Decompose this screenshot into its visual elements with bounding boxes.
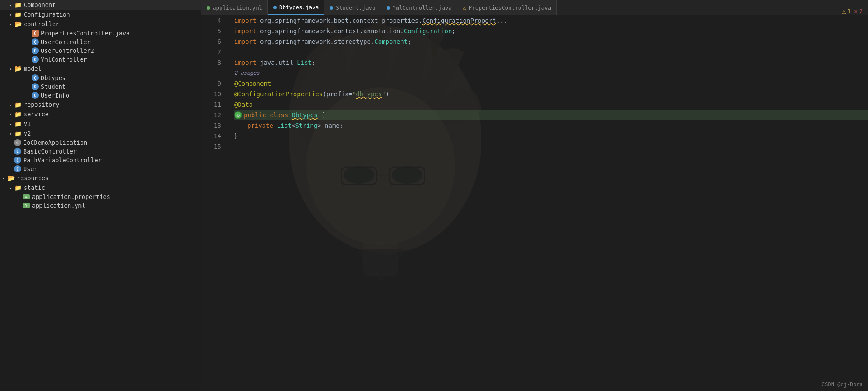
line-numbers: 4 5 6 7 8 9 10 11 12 13 14 15 [201,15,225,391]
code-line-7 [234,47,868,57]
java-blue-icon-student: C [32,83,39,90]
warn-icon-properties: ⚠ [463,4,466,11]
sidebar-item-path-variable-controller[interactable]: C PathVariableController [0,156,201,164]
sidebar-label-service: service [24,111,49,118]
paren-open-10: ( [323,89,326,99]
sidebar-item-student[interactable]: C Student [0,82,201,91]
sidebar-item-user[interactable]: C User [0,164,201,173]
sidebar-label-dbtypes: Dbtypes [41,74,66,81]
tab-application-yml[interactable]: application.yml [201,0,268,15]
kw-class: class [270,110,288,120]
sidebar-item-static[interactable]: static [0,183,201,192]
folder-icon-component [14,1,22,9]
sidebar-label-v2: v2 [24,130,31,137]
line-num-8: 8 [201,57,221,68]
tab-dbtypes[interactable]: Dbtypes.java [268,0,324,15]
java-blue-icon-user-controller: C [32,38,39,45]
tab-label-dbtypes: Dbtypes.java [279,4,319,10]
sidebar-item-yml-controller[interactable]: C YmlController [0,55,201,64]
error-count: 2 [860,8,863,14]
sidebar-label-student: Student [41,83,66,90]
line-num-hint [201,68,221,78]
error-badge: ⚠ 1 × 2 [842,8,868,15]
sidebar-item-v2[interactable]: v2 [0,129,201,138]
sidebar-item-configuration[interactable]: Configuration [0,10,201,19]
truncated-4: ... [496,15,507,26]
code-editor[interactable]: 4 5 6 7 8 9 10 11 12 13 14 15 import org… [201,15,868,391]
tab-dot-yml [207,6,210,10]
line-num-9: 9 [201,78,221,89]
sidebar-item-application-properties[interactable]: ≡ application.properties [0,192,201,201]
field-name: name [325,120,340,131]
code-line-13: private List<String> name; [234,120,868,131]
sidebar-label-configuration: Configuration [24,11,70,18]
tab-label-properties-controller: PropertiesController.java [469,4,551,11]
sidebar-item-ioc-demo[interactable]: ⚙ IoCDemoApplication [0,138,201,147]
line-num-10: 10 [201,89,221,99]
paren-close-10: ) [386,89,389,99]
type-6: Component [374,36,408,47]
sidebar-label-v1: v1 [24,120,31,127]
sidebar-label-application-yml: application.yml [32,202,85,209]
tab-yml-controller[interactable]: YmlController.java [381,0,457,15]
sidebar-item-repository[interactable]: repository [0,100,201,109]
tab-properties-controller[interactable]: ⚠ PropertiesController.java [457,0,557,15]
sidebar-item-user-controller[interactable]: C UserController [0,38,201,46]
tab-dot-student [330,6,333,10]
type-8: List [297,57,312,68]
sidebar-item-application-yml[interactable]: Y application.yml [0,201,201,210]
tree-arrow-model [7,65,14,72]
line-num-7: 7 [201,47,221,57]
warning-icon: ⚠ [842,8,846,15]
pkg-6: org.springframework.stereotype. [260,36,374,47]
sidebar-item-model[interactable]: 📂 model [0,64,201,73]
kw-import-6: import [234,36,257,47]
code-line-10: @ConfigurationProperties(prefix = "dbtyp… [234,89,868,99]
type-list: List [277,120,292,131]
prefix-param: prefix [327,89,349,99]
semi-8: ; [312,57,315,68]
sidebar-label-controller: controller [24,21,59,28]
folder-icon-configuration [14,10,22,18]
sidebar-item-basic-controller[interactable]: C BasicController [0,147,201,156]
yaml-icon: Y [23,203,30,208]
sidebar-label-model: model [24,65,42,72]
sidebar-item-controller[interactable]: 📂 controller [0,19,201,29]
sidebar-item-userinfo[interactable]: C UserInfo [0,91,201,100]
type-5: Configuration [404,26,452,36]
sidebar-label-basic-controller: BasicController [23,148,77,155]
ioc-icon: ⚙ [14,139,21,146]
sidebar-item-v1[interactable]: v1 [0,119,201,129]
tabs-bar: application.yml Dbtypes.java Student.jav… [201,0,868,15]
ann-data: @Data [234,99,253,110]
pkg-8: java.util. [260,57,297,68]
class-name-dbtypes: Dbtypes [292,110,318,120]
sidebar-item-service[interactable]: service [0,109,201,119]
properties-icon: ≡ [23,194,30,199]
sidebar-item-resources[interactable]: 📂 resources [0,173,201,183]
java-blue-icon-basic-controller: C [14,148,21,155]
tree-arrow-v1 [7,120,14,127]
eq-10: = [348,89,352,99]
sidebar-item-component[interactable]: Component [0,0,201,10]
semi-13: ; [340,120,343,131]
tab-student[interactable]: Student.java [324,0,381,15]
sidebar-label-repository: repository [24,101,59,108]
sidebar-label-static: static [24,184,45,191]
tree-arrow-controller [7,21,14,28]
line-num-5: 5 [201,26,221,36]
code-line-5: import org.springframework.context.annot… [234,26,868,36]
sidebar-item-user-controller2[interactable]: C UserController2 [0,46,201,55]
pkg-5: org.springframework.context.annotation. [260,26,404,36]
editor-area: application.yml Dbtypes.java Student.jav… [201,0,868,391]
sidebar-item-properties-controller[interactable]: C PropertiesController.java [0,29,201,38]
type-string: String [295,120,318,131]
code-line-12: ⊘ public class Dbtypes { [234,110,868,120]
folder-icon-resources: 📂 [7,174,15,182]
code-content[interactable]: import org.springframework.boot.context.… [225,15,868,391]
tree-arrow-service [7,111,14,118]
folder-icon-repository [14,101,22,108]
sidebar-item-dbtypes[interactable]: C Dbtypes [0,73,201,82]
line-num-14: 14 [201,131,221,141]
brace-open: { [321,110,325,120]
